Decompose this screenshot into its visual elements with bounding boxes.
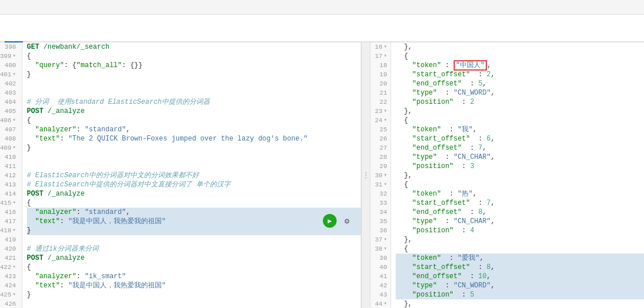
line-number: 416 [0,208,19,217]
editor-panel: 398399▾400401▾402403404405406▾407408409▾… [0,42,361,308]
menu-help[interactable] [23,0,32,15]
code-line: } [27,70,361,79]
fold-icon[interactable]: ▾ [13,198,16,208]
run-button[interactable]: ▶ [323,214,337,228]
output-line-number: 29 [370,162,391,171]
output-line-number: 34 [370,208,391,217]
line-number: 420 [0,244,19,254]
output-code-line: "type" : "CN_CHAR", [396,153,644,162]
code-line: } [27,143,361,153]
fold-icon[interactable]: ▾ [384,180,387,189]
code-line: # ElasticSearch中的分词器对中文的分词效果都不好 [27,171,361,180]
fold-icon[interactable]: ▾ [13,263,16,272]
code-line: "analyzer": "ik_smart" [27,272,361,281]
output-panel: 16▾17▾181920212223▾24▾252627282930▾31▾32… [370,42,644,308]
fold-icon[interactable]: ▾ [13,290,16,299]
code-area[interactable]: 398399▾400401▾402403404405406▾407408409▾… [0,42,361,308]
code-line: POST /_analyze [27,107,361,116]
output-line-number: 30▾ [370,171,391,180]
output-line-number: 32 [370,189,391,198]
code-line: "text": "我是中国人，我热爱我的祖国" [27,217,361,226]
output-code-line: "token" : "中国人", [396,61,644,70]
line-number: 415▾ [0,198,19,208]
line-number: 425▾ [0,290,19,299]
output-line-number: 37▾ [370,235,391,244]
fold-icon[interactable]: ▾ [384,116,387,125]
output-line-number: 26 [370,134,391,143]
fold-icon[interactable]: ▾ [13,70,16,79]
line-number: 414 [0,189,19,198]
output-line-number: 36 [370,226,391,235]
code-line: { [27,52,361,61]
panel-divider[interactable] [361,42,370,308]
fold-icon[interactable]: ▾ [13,116,16,125]
fold-icon[interactable]: ▾ [384,171,387,180]
output-code-lines: }, { "token" : "中国人", "start_offset" : 2… [391,42,644,308]
fold-icon[interactable]: ▾ [13,226,16,235]
output-code-line: "start_offset" : 6, [396,134,644,143]
output-code-line: "start_offset" : 2, [396,70,644,79]
code-line: # ElasticSearch中提供的分词器对中文直接分词了 单个的汉字 [27,180,361,189]
code-line: { [27,198,361,208]
output-code-line: "position" : 3 [396,162,644,171]
tab-console[interactable] [5,32,23,42]
fold-icon[interactable]: ▾ [13,52,16,61]
line-number: 418▾ [0,226,19,235]
code-line [27,79,361,88]
line-numbers: 398399▾400401▾402403404405406▾407408409▾… [0,42,22,308]
code-line [27,235,361,244]
output-code-line: "token" : "我", [396,125,644,134]
code-line: # 通过ik分词器来分词 [27,244,361,254]
line-number: 404 [0,98,19,107]
code-line: # 分词 使用standard ElasticSearch中提供的分词器 [27,98,361,107]
output-line-number: 19 [370,70,391,79]
output-code-line: "end_offset" : 8, [396,208,644,217]
line-number: 398 [0,42,19,52]
output-code-line: "token" : "热", [396,189,644,198]
line-number: 419 [0,235,19,244]
fold-icon[interactable]: ▾ [384,235,387,244]
fold-icon[interactable]: ▾ [384,244,387,254]
fold-icon[interactable]: ▾ [384,42,387,52]
output-line-number: 23▾ [370,107,391,116]
code-line: { [27,116,361,125]
output-code-line: "type" : "CN_WORD", [396,281,644,290]
code-line: POST /_analyze [27,189,361,198]
output-code-line: "position" : 5 [396,290,644,299]
editor-settings-button[interactable]: ⚙ [340,214,354,228]
output-line-number: 41 [370,272,391,281]
output-line-number: 39 [370,254,391,263]
code-lines: GET /newbank/_search{ "query": {"match_a… [22,42,361,308]
output-area[interactable]: 16▾17▾181920212223▾24▾252627282930▾31▾32… [370,42,644,308]
code-line: POST /_analyze [27,254,361,263]
code-line [27,162,361,171]
fold-icon[interactable]: ▾ [384,52,387,61]
output-line-number: 17▾ [370,52,391,61]
fold-icon[interactable]: ▾ [384,299,387,308]
line-number: 423 [0,272,19,281]
output-line-number: 33 [370,198,391,208]
output-code-line: "start_offset" : 7, [396,198,644,208]
code-line: "query": {"match_all": {}} [27,61,361,70]
output-code-line: "position" : 4 [396,226,644,235]
line-number: 407 [0,125,19,134]
fold-icon[interactable]: ▾ [13,143,16,153]
fold-icon[interactable]: ▾ [384,107,387,116]
menu-settings[interactable] [14,0,23,15]
menu-history[interactable] [5,0,14,15]
output-code-line: }, [396,235,644,244]
code-line [27,88,361,98]
output-line-number: 22 [370,98,391,107]
output-line-number: 20 [370,79,391,88]
output-line-number: 21 [370,88,391,98]
output-code-line: "token" : "爱我", [396,254,644,263]
line-number: 409▾ [0,143,19,153]
tab-grok-debugger[interactable] [41,32,60,42]
line-number: 399▾ [0,52,19,61]
line-number: 406▾ [0,116,19,125]
tab-search-profiler[interactable] [23,32,41,42]
line-number: 421 [0,254,19,263]
code-line: "text": "我是中国人，我热爱我的祖国" [27,281,361,290]
top-bar [0,0,644,15]
output-code-line: "end_offset" : 5, [396,79,644,88]
